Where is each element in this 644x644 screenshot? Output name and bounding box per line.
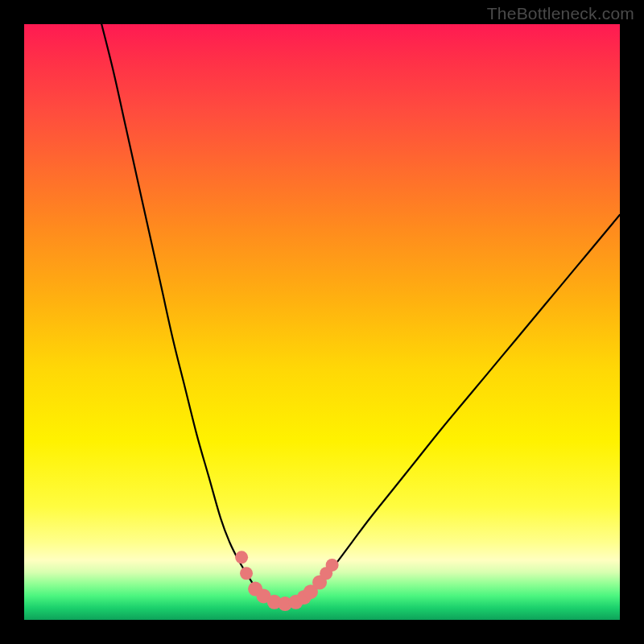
marker-dot — [326, 559, 339, 572]
chart-svg — [24, 24, 620, 620]
marker-dot — [240, 567, 253, 580]
curve-group — [101, 24, 620, 604]
chart-figure: TheBottleneck.com — [0, 0, 644, 644]
watermark-text: TheBottleneck.com — [487, 4, 634, 23]
bottleneck-curve — [101, 24, 620, 604]
plot-area — [24, 24, 620, 620]
marker-dot — [235, 551, 248, 564]
